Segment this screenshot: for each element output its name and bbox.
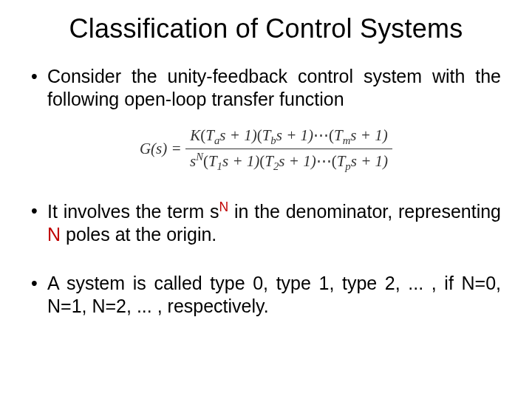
transfer-function-formula: G(s) = K(Tas + 1)(Tbs + 1)⋯(Tms + 1) sN(… bbox=[31, 126, 501, 173]
formula-fraction: K(Tas + 1)(Tbs + 1)⋯(Tms + 1) sN(T1s + 1… bbox=[185, 126, 392, 173]
bullet-list: Consider the unity-feedback control syst… bbox=[31, 65, 501, 112]
bullet-list-2: It involves the term sN in the denominat… bbox=[31, 200, 501, 318]
slide: Classification of Control Systems Consid… bbox=[0, 0, 532, 318]
formula-lhs: G(s) = bbox=[140, 139, 185, 157]
bullet-2: It involves the term sN in the denominat… bbox=[31, 200, 501, 247]
bullet-3: A system is called type 0, type 1, type … bbox=[31, 272, 501, 318]
formula-denominator: sN(T1s + 1)(T2s + 1)⋯(Tps + 1) bbox=[185, 149, 392, 173]
slide-title: Classification of Control Systems bbox=[31, 13, 501, 44]
bullet-1: Consider the unity-feedback control syst… bbox=[31, 65, 501, 112]
formula-numerator: K(Tas + 1)(Tbs + 1)⋯(Tms + 1) bbox=[185, 126, 392, 149]
